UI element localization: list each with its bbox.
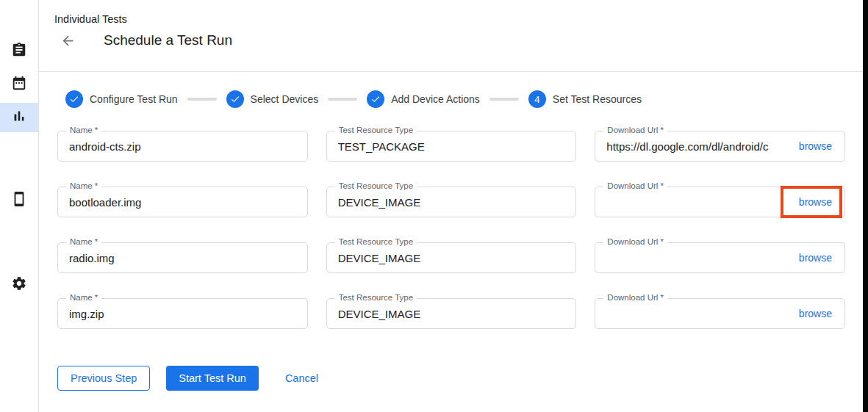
form-actions: Previous Step Start Test Run Cancel bbox=[57, 366, 845, 391]
screen-edge bbox=[863, 0, 868, 412]
field-label: Test Resource Type bbox=[335, 237, 417, 246]
step-connector bbox=[187, 98, 217, 101]
browse-link[interactable]: browse bbox=[799, 196, 832, 208]
resource-type-field[interactable]: Test Resource Type DEVICE_IMAGE bbox=[326, 242, 577, 273]
field-label: Test Resource Type bbox=[335, 293, 417, 302]
download-url-field[interactable]: Download Url * browse bbox=[595, 242, 845, 273]
step-complete-check-icon bbox=[65, 90, 83, 108]
step-connector bbox=[328, 98, 357, 101]
download-url-field[interactable]: Download Url * https://dl.google.com/dl/… bbox=[595, 131, 845, 162]
breadcrumb: Individual Tests bbox=[54, 13, 127, 25]
field-label: Download Url * bbox=[603, 293, 667, 302]
step-complete-check-icon bbox=[367, 90, 384, 108]
field-label: Name * bbox=[66, 126, 101, 134]
smartphone-icon bbox=[11, 191, 27, 210]
page-header: Individual Tests Schedule a Test Run bbox=[39, 0, 863, 72]
resource-type-field[interactable]: Test Resource Type DEVICE_IMAGE bbox=[326, 187, 577, 217]
field-label: Download Url * bbox=[603, 126, 667, 134]
browse-link[interactable]: browse bbox=[799, 252, 832, 264]
start-test-run-button[interactable]: Start Test Run bbox=[166, 366, 259, 391]
sidebar bbox=[0, 0, 39, 412]
resource-type-value: DEVICE_IMAGE bbox=[338, 308, 565, 320]
field-label: Name * bbox=[66, 237, 101, 246]
step-label: Configure Test Run bbox=[90, 93, 178, 105]
resource-type-value: DEVICE_IMAGE bbox=[338, 252, 565, 264]
download-url-field[interactable]: Download Url * browse bbox=[595, 298, 845, 329]
resource-type-value: TEST_PACKAGE bbox=[338, 140, 565, 153]
step-configure-test-run[interactable]: Configure Test Run bbox=[65, 90, 178, 108]
back-arrow-icon[interactable] bbox=[59, 32, 76, 49]
step-label: Add Device Actions bbox=[391, 93, 480, 105]
name-value: bootloader.img bbox=[69, 196, 296, 209]
sidebar-item-devices[interactable] bbox=[0, 186, 38, 215]
step-label: Select Devices bbox=[251, 93, 319, 105]
cancel-button[interactable]: Cancel bbox=[285, 366, 318, 391]
browse-link[interactable]: browse bbox=[799, 140, 832, 152]
step-connector bbox=[489, 98, 519, 101]
name-field[interactable]: Name * bootloader.img bbox=[57, 187, 308, 217]
name-value: radio.img bbox=[69, 252, 296, 264]
step-label: Set Test Resources bbox=[553, 93, 642, 105]
sidebar-item-test-runs[interactable] bbox=[0, 103, 38, 132]
bar-chart-icon bbox=[11, 108, 27, 127]
resource-type-value: DEVICE_IMAGE bbox=[338, 196, 565, 209]
previous-step-button[interactable]: Previous Step bbox=[57, 366, 150, 391]
name-field[interactable]: Name * android-cts.zip bbox=[57, 131, 308, 162]
resource-type-field[interactable]: Test Resource Type TEST_PACKAGE bbox=[326, 131, 577, 162]
assignment-icon bbox=[11, 42, 27, 61]
download-url-field[interactable]: Download Url * browse bbox=[595, 187, 845, 217]
stepper: Configure Test Run Select Devices Add De… bbox=[65, 90, 845, 108]
name-value: img.zip bbox=[69, 308, 296, 320]
resource-type-field[interactable]: Test Resource Type DEVICE_IMAGE bbox=[326, 298, 577, 329]
name-field[interactable]: Name * radio.img bbox=[57, 242, 308, 273]
field-label: Name * bbox=[66, 293, 101, 302]
calendar-icon bbox=[11, 75, 27, 94]
main-content: Individual Tests Schedule a Test Run Con… bbox=[39, 0, 863, 412]
browse-link[interactable]: browse bbox=[799, 308, 832, 319]
app-window: Individual Tests Schedule a Test Run Con… bbox=[0, 0, 868, 412]
sidebar-item-settings[interactable] bbox=[0, 270, 38, 300]
download-url-value: https://dl.google.com/dl/android/c bbox=[606, 140, 792, 153]
page-title: Schedule a Test Run bbox=[104, 32, 232, 48]
step-number-badge: 4 bbox=[528, 90, 546, 108]
step-set-test-resources[interactable]: 4 Set Test Resources bbox=[528, 90, 642, 108]
step-complete-check-icon bbox=[226, 90, 244, 108]
gear-icon bbox=[11, 275, 27, 294]
name-field[interactable]: Name * img.zip bbox=[57, 298, 308, 329]
test-resources-form: Name * android-cts.zip Test Resource Typ… bbox=[57, 131, 845, 329]
field-label: Test Resource Type bbox=[335, 181, 417, 190]
field-label: Download Url * bbox=[603, 181, 667, 190]
step-add-device-actions[interactable]: Add Device Actions bbox=[367, 90, 480, 108]
sidebar-item-tests[interactable] bbox=[0, 37, 38, 66]
field-label: Name * bbox=[66, 181, 101, 190]
step-select-devices[interactable]: Select Devices bbox=[226, 90, 319, 108]
field-label: Download Url * bbox=[603, 237, 667, 246]
field-label: Test Resource Type bbox=[335, 126, 417, 134]
name-value: android-cts.zip bbox=[69, 140, 296, 153]
sidebar-item-schedules[interactable] bbox=[0, 70, 38, 99]
